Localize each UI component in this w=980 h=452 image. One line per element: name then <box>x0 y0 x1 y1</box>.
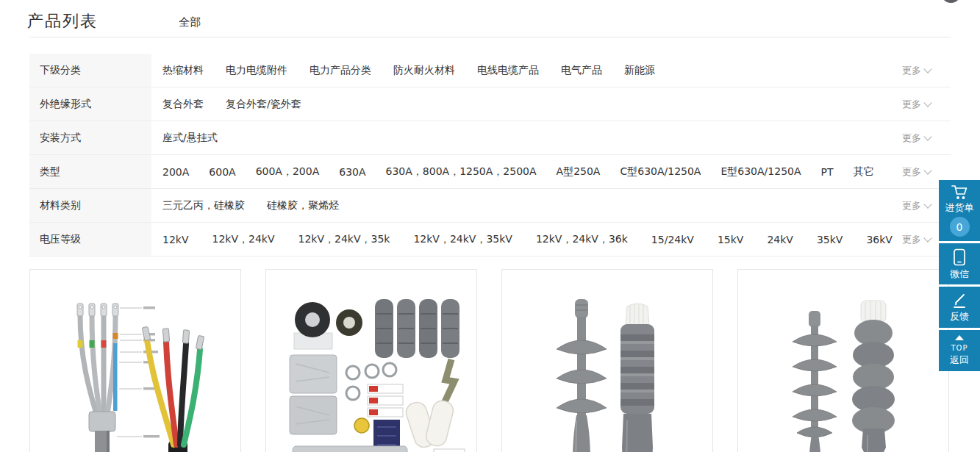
filter-options: 12kV 12kV，24kV 12kV，24kV，35k 12kV，24kV，3… <box>151 223 902 256</box>
more-label: 更多 <box>902 64 921 77</box>
feedback-button[interactable]: 反馈 <box>939 287 980 328</box>
filter-option[interactable]: 12kV，24kV <box>212 233 275 246</box>
tab-all[interactable]: 全部 <box>179 15 201 29</box>
filter-option[interactable]: 座式/悬挂式 <box>162 132 218 145</box>
filter-options: 座式/悬挂式 <box>151 121 902 154</box>
header-divider <box>29 37 951 37</box>
filter-table: 下级分类 热缩材料 电力电缆附件 电力产品分类 防火耐火材料 电线电缆产品 电气… <box>29 54 951 257</box>
more-button[interactable]: 更多 <box>902 121 951 154</box>
filter-option[interactable]: 12kV，24kV，36k <box>536 233 628 246</box>
product-card[interactable] <box>265 269 477 452</box>
filter-option[interactable]: E型630A/1250A <box>720 165 801 179</box>
filter-row-voltage: 电压等级 12kV 12kV，24kV 12kV，24kV，35k 12kV，2… <box>29 223 951 257</box>
filter-option[interactable]: 24kV <box>767 234 793 245</box>
filter-option[interactable]: 电力电缆附件 <box>226 64 287 77</box>
filter-option[interactable]: 15kV <box>718 234 744 245</box>
filter-options: 复合外套 复合外套/瓷外套 <box>151 87 902 121</box>
chevron-down-icon <box>923 234 931 242</box>
filter-option[interactable]: 复合外套/瓷外套 <box>226 98 301 111</box>
product-grid <box>29 269 949 452</box>
product-image-cable-termination-diagram <box>30 270 240 452</box>
filter-option[interactable]: 硅橡胶，聚烯烃 <box>267 199 339 212</box>
floating-sidebar: 进货单 0 微信 反馈 TOP 返回 <box>939 180 980 371</box>
filter-option[interactable]: 12kV，24kV，35kV <box>413 233 512 246</box>
back-top-label: 返回 <box>950 355 969 366</box>
filter-option[interactable]: 630A，800A，1250A，2500A <box>386 165 537 179</box>
chevron-down-icon <box>923 98 931 107</box>
cart-icon <box>951 184 968 201</box>
page-title: 产品列表 <box>27 10 98 32</box>
back-to-top-button[interactable]: TOP 返回 <box>939 330 980 371</box>
filter-option[interactable]: A型250A <box>557 165 601 179</box>
filter-options: 200A 600A 600A，200A 630A 630A，800A，1250A… <box>151 155 902 188</box>
filter-label: 电压等级 <box>29 223 151 256</box>
filter-option[interactable]: 三元乙丙，硅橡胶 <box>162 199 245 212</box>
filter-label: 材料类别 <box>29 189 151 222</box>
product-card[interactable] <box>29 269 241 452</box>
filter-row-subcategory: 下级分类 热缩材料 电力电缆附件 电力产品分类 防火耐火材料 电线电缆产品 电气… <box>29 54 951 87</box>
cart-label: 进货单 <box>945 203 974 214</box>
filter-option[interactable]: 12kV <box>162 234 189 245</box>
chevron-down-icon <box>923 65 931 73</box>
more-label: 更多 <box>902 165 921 179</box>
filter-option[interactable]: 200A <box>162 166 189 178</box>
filter-label: 下级分类 <box>29 54 151 87</box>
filter-option[interactable]: C型630A/1250A <box>620 165 701 179</box>
product-card[interactable] <box>501 269 713 452</box>
phone-icon <box>953 248 966 266</box>
wechat-button[interactable]: 微信 <box>939 243 980 284</box>
more-label: 更多 <box>902 199 921 212</box>
filter-label: 安装方式 <box>29 121 151 154</box>
product-card[interactable] <box>737 269 949 452</box>
filter-options: 三元乙丙，硅橡胶 硅橡胶，聚烯烃 <box>151 189 902 222</box>
product-image-termination-kit <box>266 270 476 452</box>
filter-option[interactable]: 复合外套 <box>162 98 204 111</box>
filter-option[interactable]: 电线电缆产品 <box>477 64 539 77</box>
cart-badge: 0 <box>950 217 970 237</box>
filter-option[interactable]: 防火耐火材料 <box>393 64 455 77</box>
filter-option[interactable]: 电气产品 <box>561 64 602 77</box>
more-label: 更多 <box>902 233 921 246</box>
filter-options: 热缩材料 电力电缆附件 电力产品分类 防火耐火材料 电线电缆产品 电气产品 新能… <box>151 54 902 87</box>
filter-row-material: 材料类别 三元乙丙，硅橡胶 硅橡胶，聚烯烃 更多 <box>29 189 951 223</box>
cart-button[interactable]: 进货单 0 <box>939 180 980 241</box>
filter-option[interactable]: 热缩材料 <box>162 64 204 77</box>
feedback-label: 反馈 <box>950 312 969 323</box>
filter-option[interactable]: 15/24kV <box>651 234 694 245</box>
filter-row-type: 类型 200A 600A 600A，200A 630A 630A，800A，12… <box>29 155 951 189</box>
pencil-icon <box>951 293 968 309</box>
filter-row-outer-insulation: 外绝缘形式 复合外套 复合外套/瓷外套 更多 <box>29 87 951 121</box>
chevron-down-icon <box>923 166 931 174</box>
filter-option[interactable]: 其它 <box>854 165 874 179</box>
more-button[interactable]: 更多 <box>902 87 951 121</box>
wechat-label: 微信 <box>950 269 969 280</box>
product-image-cold-shrink-pair-ribbed <box>738 270 948 452</box>
arrow-up-icon <box>955 335 964 340</box>
top-word: TOP <box>951 344 968 353</box>
more-label: 更多 <box>902 132 921 145</box>
filter-option[interactable]: 36kV <box>866 234 893 245</box>
filter-option[interactable]: 12kV，24kV，35k <box>298 233 390 246</box>
filter-option[interactable]: PT <box>821 166 834 178</box>
more-button[interactable]: 更多 <box>902 54 951 87</box>
chevron-down-icon <box>923 200 931 208</box>
filter-option[interactable]: 电力产品分类 <box>310 64 371 77</box>
filter-label: 外绝缘形式 <box>29 87 151 121</box>
avatar[interactable] <box>941 0 961 3</box>
filter-label: 类型 <box>29 155 151 188</box>
filter-option[interactable]: 600A <box>209 166 235 178</box>
chevron-down-icon <box>923 132 931 140</box>
filter-option[interactable]: 35kV <box>817 234 843 245</box>
filter-option[interactable]: 600A，200A <box>256 165 320 179</box>
filter-row-install-method: 安装方式 座式/悬挂式 更多 <box>29 121 951 155</box>
more-label: 更多 <box>902 98 921 111</box>
product-image-cold-shrink-pair <box>502 270 712 452</box>
filter-option[interactable]: 630A <box>339 166 365 178</box>
filter-option[interactable]: 新能源 <box>624 64 655 77</box>
